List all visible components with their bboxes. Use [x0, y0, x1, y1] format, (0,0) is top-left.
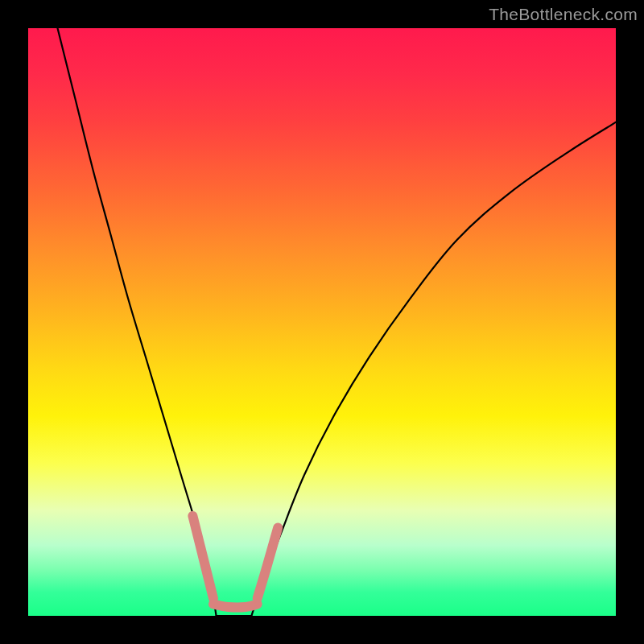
curve-svg	[28, 28, 616, 616]
watermark-text: TheBottleneck.com	[489, 5, 638, 24]
chart-frame: TheBottleneck.com	[0, 0, 644, 644]
series-right-arm	[251, 122, 616, 616]
highlight-right-highlight	[258, 528, 279, 599]
highlights	[192, 516, 278, 608]
highlight-left-highlight	[192, 516, 213, 598]
plot-area	[28, 28, 616, 616]
highlight-floor-highlight	[213, 604, 258, 607]
curves	[58, 28, 617, 616]
